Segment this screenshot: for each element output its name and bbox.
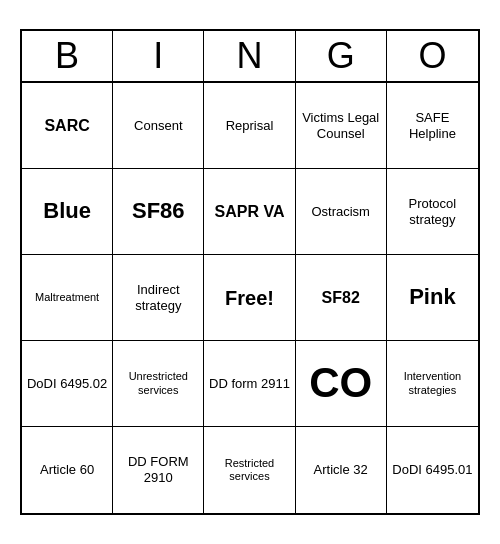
bingo-cell: SAPR VA [204, 169, 295, 255]
bingo-cell: Article 32 [296, 427, 387, 513]
bingo-cell: Consent [113, 83, 204, 169]
bingo-cell: SAFE Helpline [387, 83, 478, 169]
bingo-cell: Unrestricted services [113, 341, 204, 427]
bingo-header-letter: O [387, 31, 478, 81]
bingo-cell: Article 60 [22, 427, 113, 513]
bingo-cell: Reprisal [204, 83, 295, 169]
bingo-header-letter: I [113, 31, 204, 81]
bingo-cell: CO [296, 341, 387, 427]
bingo-header-letter: N [204, 31, 295, 81]
bingo-cell: Protocol strategy [387, 169, 478, 255]
bingo-grid: SARCConsentReprisalVictims Legal Counsel… [22, 83, 478, 513]
bingo-cell: DD form 2911 [204, 341, 295, 427]
bingo-cell: Intervention strategies [387, 341, 478, 427]
bingo-header: BINGO [22, 31, 478, 83]
bingo-cell: SF86 [113, 169, 204, 255]
bingo-cell: Blue [22, 169, 113, 255]
bingo-cell: SARC [22, 83, 113, 169]
bingo-cell: Ostracism [296, 169, 387, 255]
bingo-cell: Maltreatment [22, 255, 113, 341]
bingo-cell: Free! [204, 255, 295, 341]
bingo-cell: DoDI 6495.02 [22, 341, 113, 427]
bingo-cell: DD FORM 2910 [113, 427, 204, 513]
bingo-card: BINGO SARCConsentReprisalVictims Legal C… [20, 29, 480, 515]
bingo-header-letter: G [296, 31, 387, 81]
bingo-cell: Pink [387, 255, 478, 341]
bingo-cell: Victims Legal Counsel [296, 83, 387, 169]
bingo-cell: Indirect strategy [113, 255, 204, 341]
bingo-cell: Restricted services [204, 427, 295, 513]
bingo-header-letter: B [22, 31, 113, 81]
bingo-cell: SF82 [296, 255, 387, 341]
bingo-cell: DoDI 6495.01 [387, 427, 478, 513]
